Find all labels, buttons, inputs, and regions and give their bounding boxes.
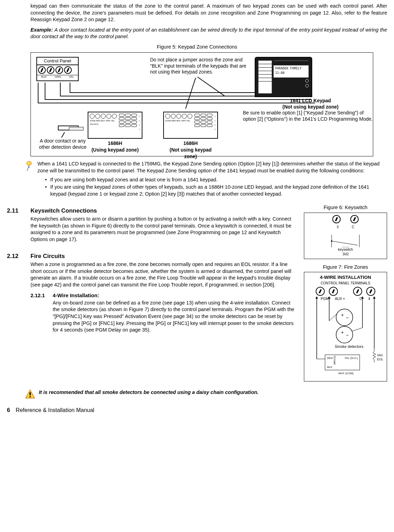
example-text: A door contact located at the entry poin… (30, 27, 387, 40)
sec-2-11-body: Keyswitches allow users to arm or disarm… (30, 216, 299, 243)
lcd-note: Be sure to enable option [1] ("Keypad Zo… (243, 110, 378, 122)
fig7-subtitle: CONTROL PANEL TERMINALS (306, 281, 385, 286)
page-footer: 6 Reference & Installation Manual (7, 406, 387, 414)
kp1-label: 1686H (Using keypad zone) (88, 140, 142, 153)
svg-text:−: − (346, 332, 349, 338)
wire (70, 83, 70, 93)
bullet-1: •If you are using both keypad zones and … (45, 177, 387, 183)
terminal-circle (316, 287, 325, 296)
svg-text:RED: RED (327, 357, 333, 360)
fig7-caption: Figure 7: Fire Zones (304, 264, 387, 271)
fig5-diagram: Control Panel AUX GRN YEL Do not place a… (30, 52, 373, 156)
svg-line-33 (329, 314, 337, 321)
fig6-resistor-label: 1kΩ (342, 252, 349, 257)
svg-text:MR3-UL: MR3-UL (333, 355, 336, 364)
svg-point-38 (29, 396, 31, 397)
sec-2-11-num: 2.11 (7, 207, 30, 243)
example-label: Example: (30, 27, 53, 33)
keypad-1641-lcd: PARADOX FAMILY 11:00 (255, 57, 312, 97)
pointer-line (61, 132, 65, 138)
cp-aux-label: AUX (41, 75, 46, 79)
terminal-circle (64, 66, 72, 74)
footer-title: Reference & Installation Manual (16, 407, 94, 413)
svg-point-19 (336, 326, 353, 343)
wire (45, 83, 45, 100)
lcd-keypad-label: 1641 LCD Keypad (Not using keypad zone) … (243, 98, 378, 122)
kp2-sub: (Not using keypad zone) (163, 147, 218, 160)
kp2-name: 1686H (163, 140, 218, 147)
terminal-circle (55, 66, 63, 74)
fig5-caption: Figure 5: Keypad Zone Connections (7, 44, 387, 51)
warning-icon (25, 389, 35, 399)
kp1-sub: (Using keypad zone) (88, 147, 142, 153)
svg-text:BLK: BLK (327, 366, 333, 369)
control-panel-title: Control Panel (37, 58, 78, 65)
kp-term-labels: ZONE RED BLK GRN YEL (165, 119, 192, 122)
sec-2-12-1-title: 4-Wire Installation: (53, 292, 299, 299)
kp1-name: 1686H (88, 140, 142, 147)
sec-2-12-1-num: 2.12.1 (30, 292, 53, 334)
fig7-diagram: 4-WIRE INSTALLATION CONTROL PANEL TERMIN… (304, 272, 387, 381)
svg-point-0 (27, 161, 32, 165)
cp-grn-label: GRN (55, 75, 61, 79)
door-contact-label: A door contact or any other detection de… (35, 138, 90, 150)
terminal-circle (366, 287, 375, 296)
svg-text:WHT (COM): WHT (COM) (338, 372, 354, 375)
svg-marker-11 (315, 297, 318, 299)
sec-2-12-1-body: Any on-board zone can be defined as a fi… (53, 300, 299, 334)
pointer-line (197, 77, 225, 97)
bullet-2: •If you are using the keypad zones of ot… (45, 184, 387, 197)
svg-marker-17 (373, 297, 376, 299)
note-1641-text: When a 1641 LCD keypad is connected to t… (37, 161, 384, 174)
keypad-1686h-notusing: ZONE RED BLK GRN YEL ☼☼☼☼ (163, 112, 218, 139)
fig6-diagram: 3 C keyswitch 1kΩ (304, 213, 387, 259)
svg-rect-37 (29, 392, 31, 395)
keyswitch-symbol-icon (325, 235, 366, 247)
pointer-line (185, 78, 196, 109)
cp-yel-label: YEL (69, 75, 74, 79)
terminal-circle (47, 66, 54, 74)
sec-2-12-title: Fire Circuits (30, 252, 299, 260)
kp2-label: 1686H (Not using keypad zone) (163, 140, 218, 160)
svg-line-4 (332, 241, 358, 245)
svg-point-1 (28, 162, 29, 163)
sec-2-12-body: When a zone is programmed as a fire zone… (30, 261, 299, 288)
svg-point-18 (336, 309, 353, 326)
svg-text:EOL: EOL (377, 358, 383, 361)
wire (60, 83, 61, 96)
wire (38, 83, 38, 103)
jumper-note: Do not place a jumper across the zone an… (150, 57, 254, 75)
lcd-line2: 11:00 (275, 71, 307, 75)
svg-line-34 (352, 328, 362, 331)
fig6-t2: C (352, 225, 354, 230)
fig7-title: 4-WIRE INSTALLATION (306, 274, 385, 281)
lcd-sub: (Not using keypad zone) (243, 104, 378, 110)
fig6-t1: 3 (337, 225, 339, 230)
sec-2-12-num: 2.12 (7, 252, 30, 288)
terminal-circle (38, 66, 46, 74)
lcd-line1: PARADOX FAMILY (275, 66, 307, 70)
svg-text:YEL (N.O.): YEL (N.O.) (344, 357, 358, 360)
svg-text:Smoke detectors: Smoke detectors (335, 344, 364, 349)
terminal-circle (353, 287, 362, 296)
intro-example: Example: A door contact located at the e… (30, 27, 387, 40)
warning-text: It is recommended that all smoke detecto… (39, 389, 349, 396)
intro-p1: keypad can then communicate the status o… (30, 3, 387, 23)
page-number: 6 (7, 407, 10, 413)
sec-2-11-title: Keyswitch Connections (30, 207, 299, 215)
svg-text:1kΩ: 1kΩ (377, 353, 383, 357)
svg-marker-15 (361, 297, 364, 299)
svg-text:+: + (341, 329, 344, 335)
svg-text:+: + (341, 312, 344, 318)
fig6-keyswitch-label: keyswitch (338, 247, 353, 252)
control-panel-box: Control Panel AUX GRN YEL (36, 57, 79, 81)
svg-text:−: − (346, 315, 349, 320)
door-contact-icon (69, 127, 84, 130)
keypad-1686h-using: ZONE RED BLK GRN YEL 1KΩ EOL ☼☼☼☼ (88, 112, 142, 139)
svg-marker-13 (328, 297, 331, 299)
kp-eol-label: 1KΩ EOL (90, 123, 117, 126)
pushpin-icon (25, 161, 35, 174)
lcd-name: 1641 LCD Keypad (243, 98, 378, 104)
terminal-circle (329, 287, 338, 296)
kp-term-labels: ZONE RED BLK GRN YEL (90, 119, 117, 122)
